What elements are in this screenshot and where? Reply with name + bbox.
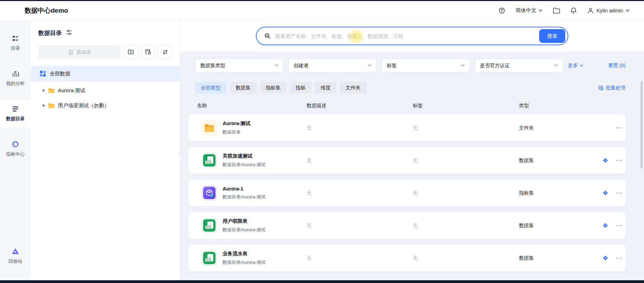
tree-item-all-data[interactable]: 全部数据	[31, 66, 180, 82]
data-catalog-icon	[12, 105, 19, 113]
asset-type: 数据集	[519, 255, 598, 261]
search-bar[interactable]: 搜索	[256, 27, 568, 45]
filter-label: 是否官方认证	[480, 62, 510, 69]
user-avatar-icon	[587, 7, 594, 14]
nav-label: 数据目录	[6, 116, 25, 122]
metric-set-asset-icon	[201, 185, 217, 201]
batch-label: 批量处理	[606, 85, 626, 91]
drag-dots: ⋮	[177, 149, 183, 156]
search-icon	[264, 33, 271, 39]
panel-resize-handle[interactable]: ⋮	[178, 148, 181, 157]
tab-all-types[interactable]: 全部类型	[195, 82, 226, 94]
accelerate-icon[interactable]: ❖	[598, 254, 613, 262]
left-nav-rail: 目录 我的分析 数据目录 指标中心 回收站	[0, 20, 31, 280]
asset-name[interactable]: Aurora-测试	[223, 120, 307, 127]
accelerate-icon[interactable]: ❖	[598, 222, 613, 230]
notification-bell-icon[interactable]	[570, 7, 577, 14]
row-more-button[interactable]: ⋯	[613, 189, 626, 197]
row-more-button[interactable]: ⋯	[613, 124, 626, 132]
sort-button[interactable]	[158, 45, 172, 59]
row-more-button[interactable]: ⋯	[613, 254, 626, 262]
reset-filters-link[interactable]: 重置 (0)	[608, 62, 626, 69]
main-content: 搜索 数据集类型 创建者 标签 是否官方认证 更多	[180, 20, 644, 280]
table-row[interactable]: Aurora-测试 数据目录 无 无 文件夹 ⋯	[188, 114, 626, 141]
filter-official-certified[interactable]: 是否官方认证	[475, 59, 563, 72]
recycle-bin-icon	[12, 248, 19, 255]
language-label: 简体中文	[516, 7, 536, 14]
asset-name[interactable]: Aurora-1	[223, 186, 307, 192]
add-table-label: 添加表	[76, 49, 91, 56]
tab-metric-set[interactable]: 指标集	[260, 82, 286, 94]
file-plus-icon	[68, 49, 74, 55]
filter-creator[interactable]: 创建者	[288, 59, 377, 72]
asset-type: 文件夹	[519, 125, 598, 131]
table-row[interactable]: XLS 业务流水表 数据目录/Aurora-测试 无 无 数据集 ❖ ⋯	[188, 245, 626, 271]
table-row[interactable]: Aurora-1 数据目录/Aurora-测试 无 无 指标集 ❖ ⋯	[188, 180, 626, 206]
filter-tag[interactable]: 标签	[382, 59, 470, 72]
search-input[interactable]	[275, 33, 539, 39]
asset-path: 数据目录/Aurora-测试	[223, 162, 307, 168]
new-folder-button[interactable]	[124, 45, 138, 59]
folder-icon	[48, 88, 55, 94]
nav-label: 指标中心	[6, 151, 25, 157]
tab-dataset[interactable]: 数据集	[230, 82, 256, 94]
user-menu[interactable]: Kylin admin	[587, 7, 630, 14]
data-permission-button[interactable]	[141, 45, 155, 59]
row-more-button[interactable]: ⋯	[613, 156, 626, 164]
caret-right-icon[interactable]	[43, 104, 45, 107]
xls-asset-icon: XLS	[201, 250, 217, 266]
search-band: 搜索	[180, 20, 644, 52]
asset-description: 无	[307, 255, 413, 261]
tree-item-folder[interactable]: 用户场景测试（勿删）	[38, 98, 173, 113]
scrollbar-thumb[interactable]	[641, 81, 643, 169]
tab-metric[interactable]: 指标	[290, 82, 311, 94]
tab-folder[interactable]: 文件夹	[340, 82, 366, 94]
nav-item-metrics-center[interactable]: 指标中心	[0, 135, 31, 163]
more-filters-link[interactable]: 更多	[568, 62, 583, 69]
header-tag: 标签	[413, 102, 519, 109]
tab-dimension[interactable]: 维度	[315, 82, 336, 94]
nav-item-catalog[interactable]: 目录	[0, 29, 31, 57]
asset-name[interactable]: 关联加速测试	[223, 153, 307, 159]
asset-description: 无	[307, 125, 413, 131]
nav-item-my-analysis[interactable]: 我的分析	[0, 64, 31, 92]
folder-plus-icon	[127, 49, 134, 56]
analysis-icon	[12, 70, 19, 77]
panel-title: 数据目录	[38, 29, 62, 37]
app-title: 数据中心demo	[25, 6, 68, 15]
accelerate-icon[interactable]: ❖	[598, 189, 613, 197]
asset-tag: 无	[413, 255, 519, 261]
database-lock-icon	[145, 49, 151, 56]
add-table-button[interactable]: 添加表	[38, 45, 121, 59]
asset-list: 名称 数据描述 标签 类型 Aurora-测试 数据目录 无 无	[180, 102, 644, 280]
filter-dataset-type[interactable]: 数据集类型	[195, 59, 284, 72]
asset-tag: 无	[413, 157, 519, 164]
folder-icon[interactable]	[553, 8, 560, 14]
filter-label: 数据集类型	[200, 62, 225, 69]
asset-tag: 无	[413, 222, 519, 229]
asset-name[interactable]: 用户权限表	[223, 218, 307, 224]
batch-icon	[598, 85, 604, 91]
svg-text:XLS: XLS	[206, 226, 210, 229]
sort-icon	[162, 49, 169, 56]
xls-asset-icon: XLS	[201, 218, 217, 233]
catalog-tree: 全部数据 Aurora-测试 用户场景测试（勿删）	[38, 66, 173, 113]
row-more-button[interactable]: ⋯	[613, 221, 626, 230]
search-button[interactable]: 搜索	[539, 29, 565, 43]
table-row[interactable]: XLS 用户权限表 数据目录/Aurora-测试 无 无 数据集 ❖ ⋯	[188, 212, 626, 239]
chevron-down-icon	[368, 64, 372, 67]
table-row[interactable]: XLS 关联加速测试 数据目录/Aurora-测试 无 无 数据集 ❖ ⋯	[188, 147, 626, 174]
accelerate-icon[interactable]: ❖	[598, 157, 613, 164]
batch-process-link[interactable]: 批量处理	[598, 85, 626, 91]
nav-item-data-catalog[interactable]: 数据目录	[0, 100, 31, 127]
tree-item-label: 全部数据	[50, 71, 70, 77]
help-icon[interactable]	[498, 7, 505, 14]
asset-name[interactable]: 业务流水表	[223, 250, 307, 257]
nav-item-recycle-bin[interactable]: 回收站	[0, 242, 31, 270]
asset-type: 指标集	[519, 190, 598, 196]
tree-item-folder[interactable]: Aurora-测试	[38, 83, 173, 98]
panel-settings-icon[interactable]	[66, 29, 72, 37]
caret-right-icon[interactable]	[43, 89, 45, 92]
svg-text:XLS: XLS	[206, 161, 210, 164]
language-switcher[interactable]: 简体中文	[516, 7, 543, 14]
